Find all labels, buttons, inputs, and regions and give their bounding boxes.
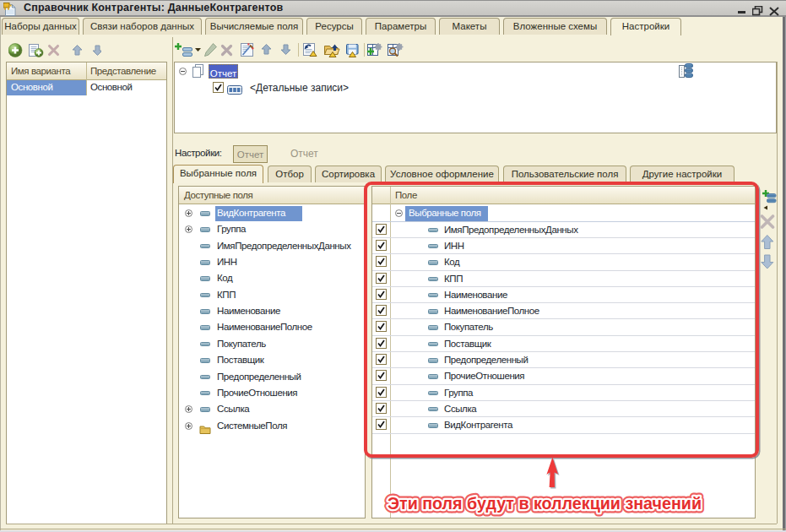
svg-text:Эти поля будут в коллекции зна: Эти поля будут в коллекции значений [388, 493, 702, 513]
